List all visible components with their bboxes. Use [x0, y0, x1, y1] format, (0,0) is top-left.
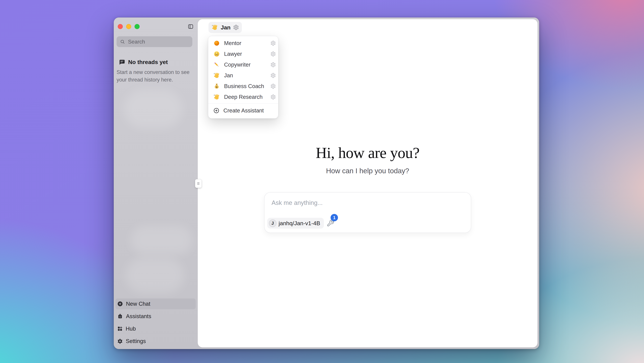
sidebar-skeleton — [124, 90, 182, 128]
gear-icon — [270, 94, 276, 100]
sidebar-item-settings[interactable]: Settings — [116, 336, 196, 346]
gear-icon — [270, 41, 276, 46]
assistant-item-label: Mentor — [224, 40, 241, 46]
zoom-button[interactable] — [134, 24, 140, 29]
close-button[interactable] — [118, 24, 123, 29]
sidebar-item-assistants[interactable]: Assistants — [116, 311, 196, 322]
assistant-item-label: Business Coach — [224, 83, 264, 89]
gear-icon — [117, 338, 123, 344]
assistant-settings-button[interactable] — [270, 73, 276, 78]
assistant-item-label: Copywriter — [224, 62, 250, 68]
assistant-item-deep-research[interactable]: Deep Research — [208, 92, 278, 102]
empty-state-description: Start a new conversation to see your thr… — [116, 68, 194, 84]
message-square-icon — [119, 59, 125, 65]
model-avatar: J — [269, 219, 276, 227]
assistant-settings-button[interactable] — [270, 51, 276, 57]
minimize-button[interactable] — [126, 24, 131, 29]
search-input[interactable] — [128, 39, 189, 45]
sidebar-item-new-chat[interactable]: New Chat — [116, 298, 196, 309]
greeting-subtitle: How can I help you today? — [198, 167, 538, 175]
assistant-item-mentor[interactable]: Mentor — [208, 38, 278, 49]
bot-icon — [117, 313, 123, 319]
empty-state-title: No threads yet — [128, 59, 168, 65]
assistant-title: Jan — [221, 24, 230, 31]
assistant-item-jan[interactable]: Jan — [208, 70, 278, 81]
window-controls — [118, 24, 140, 29]
sidebar-item-hub[interactable]: Hub — [116, 323, 196, 334]
orange-circle-icon — [213, 40, 220, 47]
sidebar-item-label: New Chat — [126, 301, 150, 307]
sidebar-item-label: Hub — [126, 325, 136, 332]
assistant-item-business-coach[interactable]: Business Coach — [208, 81, 278, 92]
assistant-item-label: Lawyer — [224, 51, 242, 57]
empty-state: No threads yet Start a new conversation … — [119, 59, 194, 84]
assistant-settings-button[interactable] — [270, 41, 276, 46]
sidebar-skeleton — [126, 258, 184, 293]
sidebar-item-label: Settings — [126, 338, 146, 344]
message-input[interactable] — [271, 198, 464, 208]
assistant-selector[interactable]: Jan — [208, 22, 242, 33]
money-bag-icon — [213, 83, 220, 90]
grid-plus-icon — [117, 326, 123, 331]
chat-panel: Jan Mentor Lawyer Copywriter Jan — [198, 19, 538, 347]
assistant-item-label: Jan — [224, 72, 233, 79]
app-window: No threads yet Start a new conversation … — [114, 18, 539, 349]
sidebar-resize-handle[interactable] — [195, 179, 202, 188]
search-box[interactable] — [116, 36, 192, 47]
desktop-background: { "window": { "controls": [ {"name": "cl… — [0, 0, 644, 363]
composer-toolbar: J janhq/Jan-v1-4B 1 — [267, 218, 334, 229]
sidebar-item-label: Assistants — [126, 313, 151, 319]
create-assistant-button[interactable]: Create Assistant — [208, 104, 278, 118]
assistant-menu: Mentor Lawyer Copywriter Jan Business Co — [208, 36, 278, 119]
circle-plus-outline-icon — [213, 108, 219, 114]
gear-icon — [270, 51, 276, 57]
tools-button[interactable]: 1 — [326, 219, 334, 227]
panel-left-icon — [188, 24, 194, 30]
assistant-item-label: Deep Research — [224, 94, 262, 100]
assistant-item-lawyer[interactable]: Lawyer — [208, 49, 278, 59]
assistant-settings-button[interactable] — [270, 84, 276, 89]
search-icon — [120, 39, 125, 44]
gear-icon — [270, 84, 276, 89]
pencil-icon — [213, 61, 220, 68]
assistant-settings-button[interactable] — [270, 94, 276, 100]
assistant-settings-button[interactable] — [270, 62, 276, 67]
welcome-hero: Hi, how are you? How can I help you toda… — [198, 145, 538, 175]
model-name: janhq/Jan-v1-4B — [279, 220, 320, 227]
waving-hand-icon — [212, 24, 218, 31]
grip-dots-icon — [196, 181, 201, 186]
composer-card: J janhq/Jan-v1-4B 1 — [264, 192, 471, 233]
sidebar: No threads yet Start a new conversation … — [114, 18, 198, 349]
waving-hand-icon — [213, 72, 220, 79]
gear-icon[interactable] — [233, 25, 239, 30]
greeting-heading: Hi, how are you? — [198, 145, 538, 161]
gear-icon — [270, 62, 276, 67]
sidebar-toggle-button[interactable] — [188, 24, 194, 30]
waving-hand-icon — [213, 94, 220, 100]
assistant-item-copywriter[interactable]: Copywriter — [208, 59, 278, 70]
gear-icon — [270, 73, 276, 78]
sidebar-skeleton — [130, 226, 193, 254]
tools-count-badge: 1 — [330, 214, 338, 221]
create-assistant-label: Create Assistant — [224, 107, 264, 114]
circle-plus-icon — [117, 301, 123, 307]
zipper-mouth-face-icon — [213, 51, 220, 57]
sidebar-nav: New Chat Assistants Hub Settings — [116, 297, 196, 346]
model-selector[interactable]: J janhq/Jan-v1-4B — [267, 218, 324, 229]
